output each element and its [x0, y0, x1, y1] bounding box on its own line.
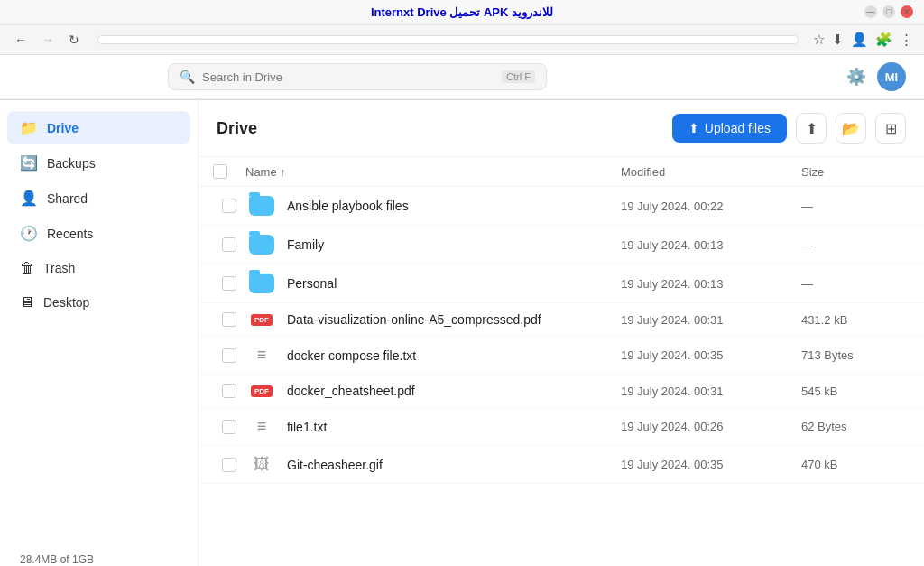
app-toolbar: 🔍 Ctrl F ⚙️ MI [0, 55, 924, 99]
file-modified: 19 July 2024. 00:35 [621, 348, 801, 362]
file-modified: 19 July 2024. 00:31 [621, 313, 801, 327]
browser-actions: ☆ ⬇ 👤 🧩 ⋮ [813, 32, 913, 48]
bookmark-icon[interactable]: ☆ [813, 32, 825, 48]
toolbar-right: ⚙️ MI [846, 62, 906, 91]
file-size: 431.2 kB [801, 313, 910, 327]
minimize-button[interactable]: — [864, 5, 877, 18]
txt-icon: ≡ [245, 417, 278, 436]
table-row[interactable]: PDF Data-visualization-online-A5_compres… [199, 303, 924, 337]
row-checkbox [213, 420, 245, 434]
back-button[interactable]: ← [11, 31, 31, 49]
file-name: Git-cheasheer.gif [287, 458, 621, 472]
extension-icon[interactable]: 🧩 [875, 32, 892, 48]
upload-folder-button[interactable]: ⬆ [796, 113, 827, 144]
file-list-header: Name ↑ Modified Size [199, 157, 924, 187]
column-size: Size [801, 165, 910, 179]
file-size: 545 kB [801, 385, 910, 398]
file-name: Data-visualization-online-A5_compressed.… [287, 312, 621, 327]
column-name: Name ↑ [245, 165, 621, 179]
title-arabic: للاندرويد APK تحميل [449, 5, 553, 19]
main-content: Drive ⬆ Upload files ⬆ 📂 ⊞ [199, 100, 924, 566]
storage-text: 28.4MB of 1GB [20, 553, 178, 566]
select-all-checkbox[interactable] [213, 164, 227, 179]
file-size: 470 kB [801, 458, 910, 471]
sidebar-item-shared[interactable]: 👤 Shared [7, 181, 190, 215]
search-icon: 🔍 [180, 70, 195, 84]
file-modified: 19 July 2024. 00:31 [621, 385, 801, 398]
file-modified: 19 July 2024. 00:35 [621, 458, 801, 471]
table-row[interactable]: 🖼 Git-cheasheer.gif 19 July 2024. 00:35 … [199, 446, 924, 484]
sidebar-label-trash: Trash [43, 261, 75, 275]
gif-icon: 🖼 [245, 455, 278, 474]
file-name: Ansible playbook files [287, 199, 621, 213]
upload-icon: ⬆ [688, 121, 699, 135]
settings-icon[interactable]: ⚙️ [846, 67, 866, 87]
table-row[interactable]: Family 19 July 2024. 00:13 — [199, 226, 924, 264]
pdf-icon: PDF [245, 385, 278, 397]
download-icon[interactable]: ⬇ [832, 32, 844, 48]
content-header: Drive ⬆ Upload files ⬆ 📂 ⊞ [199, 100, 924, 157]
row-checkbox [213, 312, 245, 327]
forward-button[interactable]: → [38, 31, 58, 49]
txt-icon: ≡ [245, 346, 278, 365]
storage-info: 28.4MB of 1GB [7, 546, 190, 566]
close-button[interactable]: ✕ [901, 5, 913, 18]
sidebar-label-recents: Recents [47, 227, 93, 241]
shared-icon: 👤 [20, 190, 38, 207]
column-modified: Modified [621, 165, 801, 179]
file-list: Name ↑ Modified Size Ansible playbook fi… [199, 157, 924, 566]
page-title: Drive [217, 119, 257, 138]
pdf-icon: PDF [245, 314, 278, 326]
desktop-icon: 🖥 [20, 294, 34, 311]
grid-icon: ⊞ [885, 120, 897, 137]
table-row[interactable]: PDF docker_cheatsheet.pdf 19 July 2024. … [199, 375, 924, 408]
row-checkbox [213, 199, 245, 213]
sidebar-label-drive: Drive [47, 121, 79, 135]
sidebar-item-desktop[interactable]: 🖥 Desktop [7, 286, 190, 319]
menu-icon[interactable]: ⋮ [900, 32, 913, 48]
sidebar-item-recents[interactable]: 🕐 Recents [7, 217, 190, 250]
folder-icon [245, 196, 278, 216]
maximize-button[interactable]: □ [882, 5, 895, 18]
file-name: docker_cheatsheet.pdf [287, 384, 621, 398]
new-folder-button[interactable]: 📂 [836, 113, 866, 144]
new-folder-icon: 📂 [842, 120, 860, 137]
folder-upload-icon: ⬆ [806, 120, 818, 137]
file-name: Family [287, 237, 621, 252]
file-modified: 19 July 2024. 00:26 [621, 420, 801, 433]
browser-title: للاندرويد APK تحميل Internxt Drive [371, 5, 553, 19]
file-size: — [801, 277, 910, 291]
avatar[interactable]: MI [877, 62, 906, 91]
drive-icon: 📁 [20, 119, 38, 136]
sidebar-label-shared: Shared [47, 191, 88, 206]
reload-button[interactable]: ↻ [65, 31, 83, 49]
table-row[interactable]: ≡ file1.txt 19 July 2024. 00:26 62 Bytes [199, 408, 924, 446]
title-english: Internxt Drive [371, 5, 447, 19]
sidebar: 📁 Drive 🔄 Backups 👤 Shared 🕐 Recents 🗑 T… [0, 100, 199, 566]
file-size: — [801, 238, 910, 252]
sidebar-label-backups: Backups [47, 156, 96, 171]
table-row[interactable]: Personal 19 July 2024. 00:13 — [199, 264, 924, 303]
address-bar[interactable] [97, 35, 799, 44]
search-input[interactable] [202, 70, 494, 84]
trash-icon: 🗑 [20, 260, 34, 276]
sidebar-item-backups[interactable]: 🔄 Backups [7, 146, 190, 180]
recents-icon: 🕐 [20, 225, 38, 242]
file-size: — [801, 199, 910, 213]
backups-icon: 🔄 [20, 154, 38, 172]
sidebar-item-drive[interactable]: 📁 Drive [7, 111, 190, 144]
row-checkbox [213, 384, 245, 398]
browser-titlebar: للاندرويد APK تحميل Internxt Drive — □ ✕ [0, 0, 924, 25]
upload-button[interactable]: ⬆ Upload files [672, 114, 787, 143]
file-size: 62 Bytes [801, 420, 910, 433]
table-row[interactable]: Ansible playbook files 19 July 2024. 00:… [199, 187, 924, 226]
row-checkbox [213, 348, 245, 363]
grid-view-button[interactable]: ⊞ [875, 113, 906, 144]
table-row[interactable]: ≡ docker compose file.txt 19 July 2024. … [199, 337, 924, 375]
file-modified: 19 July 2024. 00:22 [621, 199, 801, 213]
row-checkbox [213, 237, 245, 252]
profile-icon[interactable]: 👤 [851, 32, 868, 48]
search-shortcut: Ctrl F [502, 70, 535, 83]
sidebar-nav: 📁 Drive 🔄 Backups 👤 Shared 🕐 Recents 🗑 T… [7, 111, 190, 319]
sidebar-item-trash[interactable]: 🗑 Trash [7, 252, 190, 284]
